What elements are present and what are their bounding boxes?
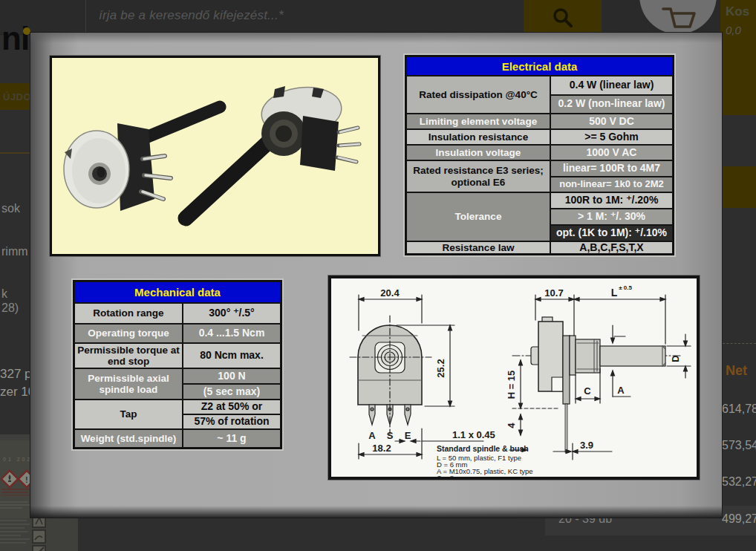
pin-label: A	[368, 430, 376, 441]
net-price-header: Net	[726, 363, 747, 379]
cart-total: 0,0	[726, 24, 741, 36]
care-pictogram-icons	[33, 515, 45, 551]
sidebar-item[interactable]: k	[1, 287, 7, 301]
technical-drawing: 20.4 25.2 18.2 A S E 1.1 x 0.45 10.7 L ±…	[328, 276, 700, 480]
spec-label: Tolerance	[406, 192, 550, 241]
dim-label: L	[611, 287, 618, 299]
spec-label: Rated resistance E3 series; optional E6	[406, 160, 550, 192]
spec-label: Insulation voltage	[406, 145, 550, 160]
spec-label: Limiting element voltage	[406, 114, 550, 129]
price-value: 614,78	[722, 402, 756, 416]
spec-label: Operating torque	[74, 324, 183, 343]
spec-value: A,B,C,F,S,T,X	[550, 241, 673, 254]
dim-label: 10.7	[544, 287, 563, 299]
spec-value: opt. (1K to 1M): ⁺/.10%	[550, 225, 673, 241]
spec-value: 57% of rotation	[183, 414, 281, 429]
search-icon	[552, 7, 574, 29]
spec-value: 0.2 W (non-linear law)	[550, 95, 673, 114]
dim-label: D	[670, 355, 681, 362]
dim-label: 1.1 x 0.45	[452, 429, 495, 440]
spec-value: > 1 M: ⁺/. 30%	[550, 209, 673, 225]
spec-value: >= 5 Gohm	[550, 129, 673, 145]
spec-value: non-linear= 1k0 to 2M2	[550, 177, 673, 193]
product-title-line: 327 p	[0, 367, 32, 382]
sidebar-item[interactable]: sok	[1, 202, 20, 215]
spec-label: Weight (std.spindle)	[74, 429, 183, 448]
pin-label: S	[387, 430, 394, 441]
spec-value: ~ 11 g	[183, 429, 281, 448]
spec-label: Tap	[74, 400, 183, 429]
cart-label[interactable]: Kos	[726, 4, 749, 19]
pin-label: E	[405, 430, 411, 441]
drawing-note: C = 8 mm	[437, 474, 468, 477]
price-table-divider	[723, 343, 756, 344]
search-divider	[85, 0, 86, 35]
sidebar-item-new-products[interactable]: ÚJDON	[0, 83, 30, 110]
table-title: Mechanical data	[74, 281, 281, 303]
table-title: Electrical data	[406, 56, 673, 76]
spec-label: Permissible axial spindle load	[74, 368, 183, 400]
spec-value: 500 V DC	[550, 114, 673, 129]
add-to-cart-button[interactable]	[720, 166, 756, 208]
sidebar-divider	[0, 152, 30, 154]
price-value: 499,27	[722, 512, 756, 526]
dim-label: 25.2	[435, 359, 446, 377]
dim-label: A	[617, 385, 625, 396]
dim-label: 4	[506, 423, 517, 428]
sidebar-item-count: 28)	[1, 301, 19, 315]
mechanical-data-table: Mechanical data Rotation range 300° ⁺/.5…	[73, 280, 282, 449]
datasheet-lightbox[interactable]: Electrical data Rated dissipation @40°C …	[30, 32, 723, 518]
electrical-data-table: Electrical data Rated dissipation @40°C …	[405, 55, 674, 255]
dim-tolerance: ± 0.5	[619, 284, 632, 291]
spec-value: 100 N	[183, 368, 281, 384]
cart-icon	[659, 4, 699, 34]
drawing-note: Standard spindle & bush	[437, 444, 529, 453]
spec-label: Rotation range	[74, 303, 183, 324]
search-input[interactable]: írja be a keresendő kifejezést...*	[99, 8, 284, 23]
spec-value: (5 sec max)	[183, 384, 281, 400]
spec-value: linear= 100R to 4M7	[550, 160, 673, 177]
spec-value: 0.4 W (linear law)	[550, 76, 673, 95]
spec-value: 0.4 ...1.5 Ncm	[183, 324, 281, 343]
dim-label: C	[584, 385, 591, 397]
spec-value: 300° ⁺/.5°	[183, 303, 281, 324]
dim-label: 3.9	[580, 440, 593, 451]
dim-label: H = 15	[506, 371, 517, 400]
search-button[interactable]	[524, 0, 602, 35]
price-value: 573,54	[722, 439, 756, 452]
potentiometer-photo	[50, 56, 380, 256]
price-value: 532,27	[722, 475, 756, 489]
spec-label: Permissible torque at end stop	[74, 343, 183, 368]
spec-label: Insulation resistance	[406, 129, 550, 145]
dim-label: 20.4	[380, 287, 400, 299]
dim-label: 18.2	[372, 443, 391, 454]
spec-value: 80 Ncm max.	[183, 343, 281, 368]
spec-value: 100R to 1M: ⁺/.20%	[550, 192, 673, 209]
spec-value: Z2 at 50% or	[183, 400, 281, 414]
page: írja be a keresendő kifejezést...* ni Ko…	[0, 0, 756, 551]
spec-label: Rated dissipation @40°C	[406, 76, 550, 114]
spec-label: Resistance law	[406, 241, 550, 254]
svg-text:!: !	[25, 475, 28, 484]
spec-value: 1000 V AC	[550, 145, 673, 160]
sidebar-item[interactable]: rimm	[1, 245, 28, 258]
